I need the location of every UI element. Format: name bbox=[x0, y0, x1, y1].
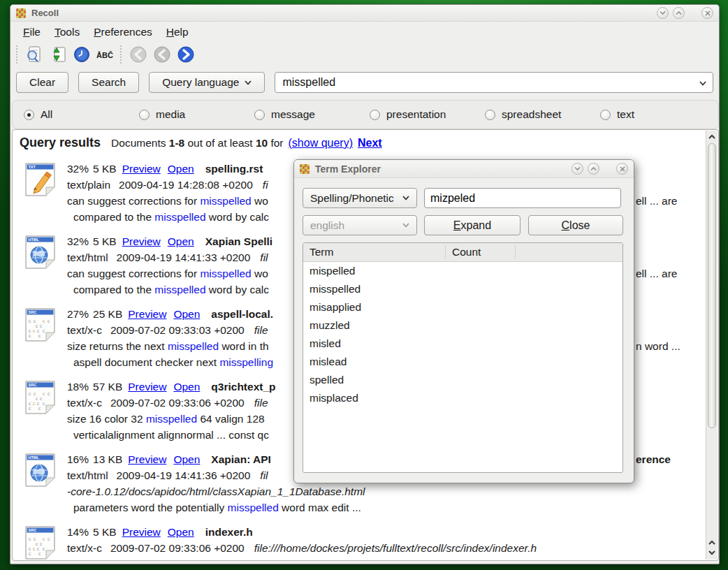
search-term-highlight: misspelled bbox=[168, 340, 219, 352]
svg-text:c: c bbox=[33, 328, 36, 334]
mime-type: text/x-c bbox=[67, 397, 102, 409]
clipped-text-fragment: ell ... are bbox=[636, 268, 677, 280]
snippet-line: size 16 color 32 misspelled 64 valign 12… bbox=[67, 411, 276, 427]
scrollbar-thumb[interactable] bbox=[708, 143, 716, 428]
term-table-row[interactable]: misspelled bbox=[303, 280, 623, 298]
sort-by-dates-icon[interactable] bbox=[48, 44, 68, 65]
radio-icon[interactable] bbox=[485, 110, 495, 120]
query-language-select[interactable]: Query language bbox=[149, 72, 265, 93]
radio-icon[interactable] bbox=[370, 110, 380, 120]
column-term[interactable]: Term bbox=[303, 246, 446, 258]
snippet-text: can suggest corrections for bbox=[67, 195, 200, 207]
history-clock-icon[interactable] bbox=[71, 44, 92, 65]
maximize-button[interactable] bbox=[673, 7, 685, 19]
filter-all[interactable]: All bbox=[24, 108, 139, 121]
filter-label: text bbox=[617, 108, 634, 121]
term-table-row[interactable]: spelled bbox=[303, 371, 623, 389]
preview-link[interactable]: Preview bbox=[128, 308, 166, 320]
snippet-text: word by calc bbox=[206, 284, 269, 295]
scroll-up-icon[interactable] bbox=[708, 133, 716, 141]
open-link[interactable]: Open bbox=[173, 308, 200, 320]
term-table-row[interactable]: mislead bbox=[303, 353, 623, 371]
preview-link[interactable]: Preview bbox=[128, 381, 166, 393]
radio-icon[interactable] bbox=[24, 110, 34, 120]
snippet-line: -core-1.0.12/docs/apidoc/html/classXapia… bbox=[67, 483, 365, 499]
preview-link[interactable]: Preview bbox=[128, 453, 166, 465]
open-link[interactable]: Open bbox=[168, 163, 194, 175]
search-button[interactable]: Search bbox=[78, 72, 139, 93]
next-page-arrow-icon[interactable] bbox=[175, 44, 196, 65]
open-link[interactable]: Open bbox=[173, 453, 200, 465]
clear-search-icon[interactable] bbox=[24, 44, 45, 65]
term-table-row[interactable]: misled bbox=[303, 335, 623, 353]
open-link[interactable]: Open bbox=[173, 381, 200, 393]
src-document-icon: SRCcccccccccccc bbox=[24, 380, 57, 451]
menu-help[interactable]: Help bbox=[159, 24, 196, 41]
expansion-mode-select[interactable]: Spelling/Phonetic bbox=[303, 188, 417, 208]
search-entry-combo[interactable] bbox=[275, 72, 713, 93]
open-link[interactable]: Open bbox=[168, 526, 194, 538]
dialog-titlebar[interactable]: Term Explorer bbox=[294, 160, 634, 178]
menu-file[interactable]: File bbox=[16, 24, 48, 41]
radio-icon[interactable] bbox=[600, 110, 611, 120]
svg-text:c: c bbox=[48, 318, 50, 324]
preview-link[interactable]: Preview bbox=[122, 235, 161, 247]
snippet-line bbox=[67, 556, 537, 561]
results-header: Query results Documents 1-8 out of at le… bbox=[20, 136, 382, 150]
filter-spreadsheet[interactable]: spreadsheet bbox=[485, 108, 600, 121]
radio-icon[interactable] bbox=[254, 110, 265, 120]
chevron-down-icon bbox=[402, 196, 409, 200]
dialog-maximize-button[interactable] bbox=[588, 163, 599, 175]
search-input[interactable] bbox=[282, 76, 694, 89]
preview-link[interactable]: Preview bbox=[122, 526, 161, 538]
relevance-percent: 16% bbox=[67, 453, 89, 465]
main-titlebar[interactable]: Recoll bbox=[10, 5, 719, 22]
filter-media[interactable]: media bbox=[139, 108, 254, 121]
svg-text:c: c bbox=[43, 318, 45, 324]
filter-text[interactable]: text bbox=[600, 108, 715, 121]
minimize-button[interactable] bbox=[657, 7, 669, 19]
term-table-header[interactable]: Term Count bbox=[303, 243, 623, 262]
search-term-highlight: misspelled bbox=[228, 502, 279, 513]
filter-presentation[interactable]: presentation bbox=[370, 108, 485, 121]
chevron-up-icon bbox=[676, 10, 682, 15]
preview-link[interactable]: Preview bbox=[122, 163, 161, 175]
open-link[interactable]: Open bbox=[168, 235, 194, 247]
term-table-row[interactable]: mispelled bbox=[303, 262, 623, 280]
file-size: 57 KB bbox=[93, 381, 122, 393]
show-query-link[interactable]: (show query) bbox=[289, 137, 353, 149]
menu-preferences[interactable]: Preferences bbox=[87, 24, 159, 41]
close-dialog-button[interactable]: Close bbox=[528, 215, 623, 235]
menu-tools[interactable]: Tools bbox=[48, 24, 87, 41]
toolbar-handle bbox=[16, 45, 20, 64]
clear-button[interactable]: Clear bbox=[16, 72, 68, 93]
spellcheck-abc-icon[interactable]: ÅBĈ bbox=[95, 44, 116, 65]
dialog-minimize-button[interactable] bbox=[572, 163, 583, 175]
scroll-up-icon[interactable] bbox=[708, 539, 716, 547]
next-page-link[interactable]: Next bbox=[358, 137, 382, 149]
filter-label: spreadsheet bbox=[502, 108, 561, 121]
term-input[interactable] bbox=[430, 192, 615, 205]
column-count[interactable]: Count bbox=[446, 246, 516, 258]
language-select[interactable]: english bbox=[303, 215, 417, 235]
term-table-row[interactable]: muzzled bbox=[303, 316, 623, 335]
filter-message[interactable]: message bbox=[254, 108, 370, 121]
term-table-row[interactable]: misplaced bbox=[303, 389, 623, 407]
svg-text:c: c bbox=[43, 400, 45, 407]
svg-text:ÅBĈ: ÅBĈ bbox=[96, 51, 113, 59]
search-row: Clear Search Query language bbox=[10, 69, 719, 96]
expand-button[interactable]: Expand bbox=[424, 215, 520, 235]
result-title: aspell-local. bbox=[211, 308, 273, 320]
search-term-highlight: misspelled bbox=[200, 195, 251, 207]
file-date: 2009-04-19 14:41:36 +0200 bbox=[117, 469, 251, 481]
results-scrollbar[interactable] bbox=[706, 131, 718, 560]
scroll-down-icon[interactable] bbox=[708, 548, 716, 557]
radio-icon[interactable] bbox=[139, 110, 150, 120]
close-button[interactable] bbox=[701, 7, 713, 19]
chevron-down-icon[interactable] bbox=[699, 81, 706, 86]
src-document-icon: SRCcccccccccccc bbox=[24, 307, 57, 379]
term-table-row[interactable]: misapplied bbox=[303, 298, 623, 316]
term-input-box[interactable] bbox=[424, 188, 621, 208]
dialog-title: Term Explorer bbox=[315, 163, 381, 175]
dialog-close-button[interactable] bbox=[616, 163, 628, 175]
